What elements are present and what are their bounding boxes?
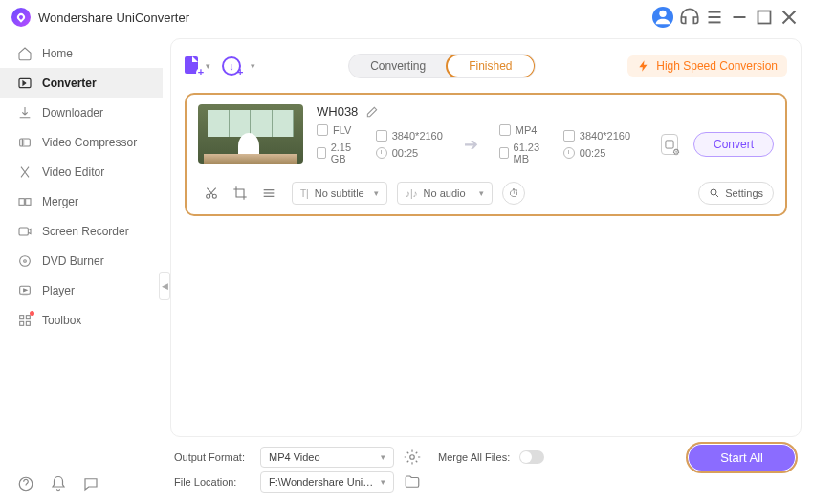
menu-icon[interactable] [702, 5, 727, 30]
sidebar-item-label: Downloader [42, 106, 103, 120]
svg-rect-5 [758, 11, 771, 24]
account-avatar[interactable] [652, 7, 673, 28]
in-format: FLV [333, 124, 351, 136]
sidebar-item-toolbox[interactable]: Toolbox [0, 305, 163, 335]
chevron-down-icon: ▾ [381, 452, 385, 462]
sidebar-item-label: Screen Recorder [42, 225, 129, 238]
resolution-icon [376, 130, 387, 142]
svg-rect-10 [19, 198, 24, 205]
sidebar-item-merger[interactable]: Merger [0, 186, 163, 216]
format-icon [499, 124, 511, 136]
help-icon[interactable] [17, 475, 34, 493]
sidebar-item-home[interactable]: Home [0, 38, 163, 68]
maximize-icon[interactable] [752, 5, 777, 30]
high-speed-button[interactable]: High Speed Conversion [627, 55, 787, 77]
open-folder-icon[interactable] [404, 473, 421, 491]
edit-name-icon[interactable] [365, 105, 379, 119]
tab-converting[interactable]: Converting [349, 55, 447, 77]
add-url-button[interactable]: + ▾ [222, 56, 255, 76]
sidebar-item-dvd[interactable]: DVD Burner [0, 246, 163, 275]
app-logo [11, 8, 31, 27]
size-icon [317, 147, 326, 159]
player-icon [17, 283, 33, 298]
subtitle-icon: T| [300, 188, 309, 199]
bolt-icon [637, 59, 650, 73]
sidebar-item-label: Converter [42, 77, 97, 90]
output-format-dropdown[interactable]: MP4 Video ▾ [260, 447, 394, 468]
tab-finished[interactable]: Finished [446, 54, 535, 78]
sidebar-item-label: Player [42, 284, 75, 297]
add-file-icon: + [185, 56, 204, 76]
toolbox-icon [17, 313, 33, 328]
dvd-icon [17, 253, 33, 269]
video-thumbnail[interactable] [198, 104, 303, 164]
subtitle-dropdown[interactable]: T| No subtitle ▾ [292, 182, 387, 205]
audio-dropdown[interactable]: ♪|♪ No audio ▾ [397, 182, 493, 205]
file-location-dropdown[interactable]: F:\Wondershare UniConverter ▾ [260, 471, 394, 493]
output-settings-button[interactable]: ⚙ [661, 134, 678, 155]
toolbar: + ▾ + ▾ Converting Finished High Speed [185, 49, 787, 83]
svg-rect-16 [20, 315, 24, 318]
in-resolution: 3840*2160 [392, 130, 443, 142]
chevron-down-icon: ▾ [381, 477, 385, 487]
chevron-down-icon: ▾ [251, 61, 255, 71]
close-icon[interactable] [777, 5, 802, 30]
out-size: 61.23 MB [514, 142, 548, 164]
minimize-icon[interactable] [727, 5, 752, 30]
titlebar: Wondershare UniConverter [0, 0, 813, 34]
converter-icon [17, 76, 33, 91]
svg-rect-12 [19, 228, 28, 235]
subtitle-value: No subtitle [315, 187, 364, 199]
svg-point-14 [24, 259, 27, 262]
trim-icon[interactable] [204, 186, 219, 201]
sidebar-item-downloader[interactable]: Downloader [0, 98, 163, 127]
crop-icon[interactable] [232, 186, 248, 201]
svg-point-28 [410, 455, 415, 460]
duration-icon [563, 147, 575, 159]
speed-icon[interactable]: ⏱ [502, 182, 525, 205]
format-icon [317, 124, 328, 136]
sidebar-item-editor[interactable]: Video Editor [0, 157, 163, 186]
effect-icon[interactable] [261, 186, 276, 201]
sidebar-item-label: Video Editor [42, 165, 104, 179]
audio-value: No audio [424, 187, 466, 199]
in-size: 2.15 GB [331, 142, 361, 164]
sidebar: Home Converter Downloader Video Compress… [0, 34, 163, 504]
svg-rect-19 [26, 321, 30, 325]
settings-label: Settings [725, 187, 763, 199]
svg-point-13 [20, 255, 31, 266]
size-icon [499, 147, 509, 159]
sidebar-item-label: Merger [42, 195, 78, 208]
out-format: MP4 [516, 124, 538, 136]
out-duration: 00:25 [580, 147, 606, 159]
svg-rect-11 [26, 198, 31, 205]
sidebar-item-compressor[interactable]: Video Compressor [0, 127, 163, 157]
arrow-right-icon: ➔ [458, 134, 484, 155]
notification-icon[interactable] [50, 475, 67, 493]
svg-rect-9 [20, 139, 31, 146]
svg-rect-18 [20, 321, 24, 325]
download-icon [17, 105, 33, 121]
sidebar-item-label: Toolbox [42, 314, 81, 327]
sidebar-item-label: DVD Burner [42, 254, 104, 268]
chevron-down-icon: ▾ [374, 188, 379, 198]
recorder-icon [17, 224, 33, 239]
sidebar-item-label: Home [42, 47, 73, 60]
support-icon[interactable] [677, 5, 702, 30]
start-all-button[interactable]: Start All [686, 442, 798, 473]
add-file-button[interactable]: + ▾ [185, 56, 210, 76]
merge-toggle[interactable] [519, 450, 544, 464]
collapse-sidebar-button[interactable]: ◀ [159, 272, 170, 300]
svg-point-27 [711, 189, 716, 195]
sidebar-item-converter[interactable]: Converter [0, 68, 163, 98]
out-resolution: 3840*2160 [580, 130, 630, 142]
feedback-icon[interactable] [82, 475, 99, 493]
convert-button[interactable]: Convert [693, 132, 774, 157]
sidebar-item-label: Video Compressor [42, 136, 137, 149]
chevron-down-icon: ▾ [206, 61, 210, 71]
sidebar-item-player[interactable]: Player [0, 275, 163, 305]
file-settings-button[interactable]: Settings [698, 182, 774, 205]
svg-point-0 [659, 11, 666, 17]
sidebar-item-recorder[interactable]: Screen Recorder [0, 216, 163, 246]
format-settings-icon[interactable] [404, 449, 421, 466]
